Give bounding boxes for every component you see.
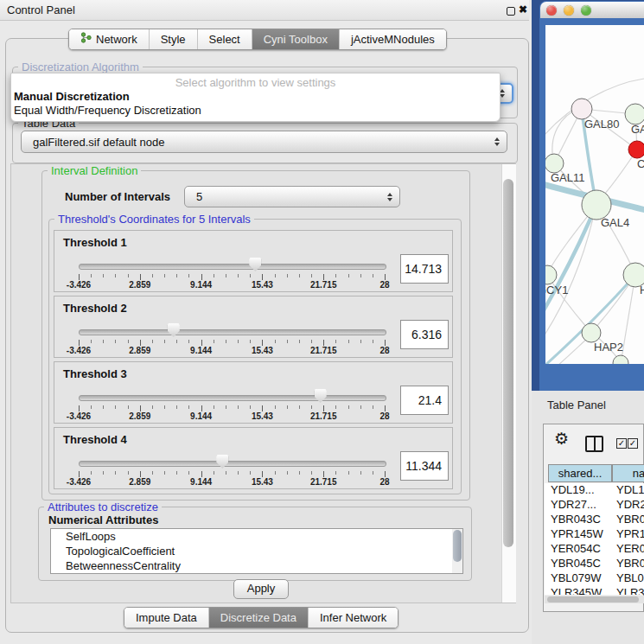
slider-minor-tick [152,405,153,409]
slider-minor-tick [214,274,214,277]
interval-definition-title: Interval Definition [48,164,141,177]
algorithm-option[interactable]: Equal Width/Frequency Discretization [11,104,500,118]
network-node-label: GAL11 [551,171,585,184]
table-row[interactable]: YDR27...YDR2 [545,498,644,513]
slider-minor-tick [176,274,177,277]
vertical-scrollbar-thumb[interactable] [503,179,513,547]
slider-track[interactable] [79,395,386,401]
slider-minor-tick [226,274,226,277]
cyni-mode-tabbar: Impute DataDiscretize DataInfer Network [124,607,399,628]
attribute-list-item[interactable]: BetweennessCentrality [51,558,462,573]
slider-minor-tick [299,274,300,277]
checkbox-checked-icon[interactable]: ✓ [616,438,627,449]
column-header[interactable]: name [612,464,644,482]
tab-infer-network[interactable]: Infer Network [309,608,398,628]
slider-minor-tick [335,274,336,277]
threshold-value-field[interactable]: 21.4 [400,386,449,415]
slider-minor-tick [226,471,226,475]
tab-cyni-toolbox[interactable]: Cyni Toolbox [252,29,340,49]
slider-minor-tick [311,471,312,475]
slider-scale-label: 15.43 [252,411,273,421]
threshold-value-field[interactable]: 6.316 [400,320,449,349]
tab-style[interactable]: Style [150,29,198,49]
table-rows: YDL19...YDL1YDR27...YDR2YBR043CYBR0YPR14… [545,483,644,595]
slider-scale-label: 28 [379,411,389,421]
slider-minor-tick [128,471,129,475]
tab-discretize-data[interactable]: Discretize Data [209,608,309,628]
slider-minor-tick [360,405,361,409]
slider-minor-tick [128,405,129,409]
minimize-traffic-light[interactable] [564,5,574,16]
slider-minor-tick [287,340,288,343]
table-data-combobox[interactable]: galFiltered.sif default node [21,131,507,153]
column-header[interactable]: shared... [548,464,612,482]
slider-track[interactable] [79,264,386,270]
table-row[interactable]: YER054CYER0 [545,542,644,557]
slider-minor-tick [348,405,349,409]
tab-impute-data[interactable]: Impute Data [124,608,209,628]
attribute-list-item[interactable]: TopologicalCoefficient [51,544,462,558]
table-cell: YLR345W [551,586,602,595]
network-node[interactable] [628,141,644,158]
table-cell: YBR045C [551,557,601,570]
slider-scale-label: 21.715 [310,477,337,487]
tab-label: Impute Data [136,608,197,628]
horizontal-scrollbar[interactable] [545,596,644,603]
table-row[interactable]: YLR345WYLR3 [545,586,644,595]
slider-minor-tick [311,405,312,409]
tab-network[interactable]: Network [69,29,150,49]
network-node[interactable] [613,355,628,364]
network-node[interactable] [545,265,557,284]
close-traffic-light[interactable] [546,5,557,16]
network-node[interactable] [571,99,592,119]
slider-minor-tick [115,274,116,277]
slider-track[interactable] [79,329,386,335]
slider-minor-tick [164,471,165,475]
slider-major-tick [140,340,141,346]
threshold-label: Threshold 1 [63,236,127,249]
table-panel-title: Table Panel [547,399,606,411]
slider-major-tick [385,471,386,477]
table-row[interactable]: YBR043CYBR0 [545,513,644,527]
table-row[interactable]: YBR045CYBR0 [545,557,644,571]
slider-minor-tick [238,340,239,343]
network-node-label: HAP2 [594,341,623,354]
algorithm-option[interactable]: Manual Discretization [11,90,500,104]
table-cell: YBR043C [551,513,601,526]
float-window-icon[interactable] [507,7,515,16]
checkbox-checked-icon[interactable]: ✓ [628,438,638,449]
horizontal-scrollbar-thumb[interactable] [547,596,639,603]
panel-title: Control Panel [7,3,75,16]
numerical-attributes-label: Numerical Attributes [48,513,158,526]
table-cell: YPR1 [616,527,644,540]
table-row[interactable]: YBL079WYBL0 [545,571,644,586]
network-node[interactable] [582,190,611,220]
attributes-list-scrollbar-thumb[interactable] [453,530,462,562]
tab-jactivemnodules[interactable]: jActiveMNodules [340,29,446,49]
zoom-traffic-light[interactable] [581,5,591,16]
screen: Control Panel ✖ NetworkStyleSelectCyni T… [0,0,644,644]
apply-button[interactable]: Apply [233,579,289,599]
table-row[interactable]: YPR145WYPR1 [545,527,644,542]
table-row[interactable]: YDL19...YDL1 [545,483,644,498]
tab-select[interactable]: Select [198,29,252,49]
network-node[interactable] [545,154,564,173]
num-intervals-combobox[interactable]: 5 [184,186,400,207]
gear-icon[interactable]: ⚙ [554,429,569,449]
slider-scale-label: 9.144 [190,477,212,487]
slider-minor-tick [152,274,153,277]
close-icon[interactable]: ✖ [519,3,527,16]
threshold-panel: Threshold 4-3.4262.8599.14415.4321.71528… [54,427,453,489]
threshold-label: Threshold 3 [63,367,127,380]
attribute-list-item[interactable]: SelfLoops [51,529,462,544]
network-node[interactable] [582,323,601,342]
network-node[interactable] [625,104,644,124]
slider-minor-tick [348,340,349,343]
slider-track[interactable] [79,461,386,467]
split-columns-icon[interactable] [585,436,603,452]
table-cell: YDL1 [616,483,644,496]
threshold-value-field[interactable]: 14.713 [400,254,449,284]
network-canvas[interactable]: GAL80GACGAL11GAL4GCY1HHAP2 [545,25,644,364]
network-icon [80,29,92,49]
threshold-value-field[interactable]: 11.344 [400,451,449,481]
